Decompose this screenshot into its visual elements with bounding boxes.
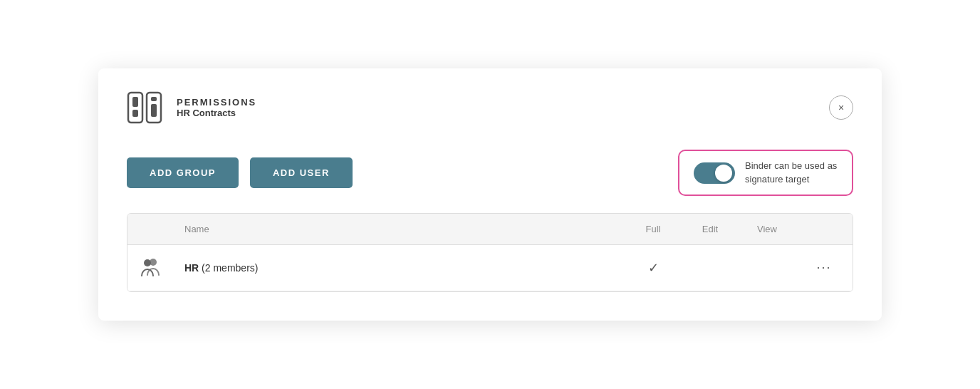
col-header-full: Full [625, 214, 682, 245]
row-icon-cell [127, 244, 173, 291]
permissions-modal: PERMISSIONS HR Contracts × ADD GROUP ADD… [98, 68, 882, 320]
row-name-cell: HR (2 members) [173, 244, 625, 291]
col-header-view: View [739, 214, 796, 245]
toolbar-left: ADD GROUP ADD USER [127, 157, 353, 188]
row-actions-dots[interactable]: ··· [816, 260, 831, 274]
group-icon [139, 256, 162, 276]
row-edit-cell [682, 244, 739, 291]
row-full-cell: ✓ [625, 244, 682, 291]
add-user-button[interactable]: ADD USER [250, 157, 353, 188]
row-view-cell [739, 244, 796, 291]
svg-rect-1 [132, 97, 138, 107]
col-header-edit: Edit [682, 214, 739, 245]
signature-label: Binder can be used as signature target [745, 160, 838, 185]
signature-toggle[interactable] [694, 162, 735, 184]
table-header-row: Name Full Edit View [127, 214, 853, 245]
col-header-actions [796, 214, 853, 245]
signature-target-box: Binder can be used as signature target [678, 150, 853, 195]
full-checkmark: ✓ [648, 261, 659, 275]
svg-rect-4 [151, 97, 157, 101]
row-name: HR (2 members) [184, 262, 258, 274]
logo-title: PERMISSIONS [177, 97, 256, 108]
col-header-name: Name [173, 214, 625, 245]
col-header-icon [127, 214, 173, 245]
row-actions-cell[interactable]: ··· [796, 244, 853, 291]
add-group-button[interactable]: ADD GROUP [127, 157, 239, 188]
modal-header: PERMISSIONS HR Contracts × [127, 91, 853, 124]
logo-text: PERMISSIONS HR Contracts [177, 97, 256, 118]
table-row: HR (2 members) ✓ ··· [127, 244, 853, 291]
permissions-table: Name Full Edit View [127, 213, 853, 292]
logo-icon [127, 91, 167, 124]
logo-area: PERMISSIONS HR Contracts [127, 91, 256, 124]
toolbar: ADD GROUP ADD USER Binder can be used as… [127, 150, 853, 195]
svg-rect-2 [132, 110, 138, 117]
svg-rect-5 [151, 104, 157, 117]
close-button[interactable]: × [829, 95, 853, 120]
svg-point-7 [144, 259, 151, 266]
logo-subtitle: HR Contracts [177, 108, 256, 118]
